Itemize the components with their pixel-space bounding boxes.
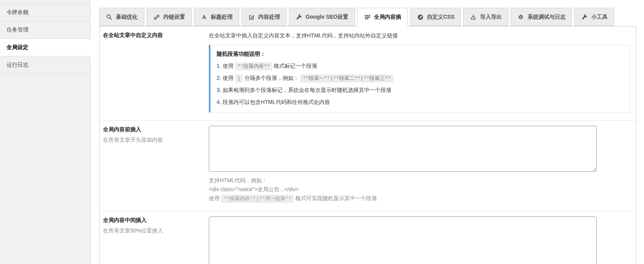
sidebar-item-global-settings[interactable]: 全局设定 <box>0 39 91 56</box>
tab-label: 自定义CSS <box>427 14 455 21</box>
info-text: 1. 使用 <box>217 63 234 69</box>
random-paragraph-info-box: 随机段落功能说明： 1. 使用**段落内容**格式标记一个段落 2. 使用|分隔… <box>209 45 630 113</box>
sidebar-item-partial <box>0 0 91 4</box>
wrench-icon <box>296 14 303 21</box>
help-text: 格式可实现随机显示其中一个段落 <box>295 195 377 201</box>
letter-a-icon: A <box>201 14 208 21</box>
pre-insert-help: 支持HTML代码，例如： <div class="notice">全局公告...… <box>209 176 630 203</box>
code-sample: **段落内容** <box>235 62 272 70</box>
help-line-2: <div class="notice">全局公告...</div> <box>209 185 630 194</box>
settings-sidebar: 令牌余额 任务管理 全局设定 运行日志 <box>0 0 91 264</box>
info-line-2: 2. 使用|分隔多个段落，例如：**段落一**|**段落二**|**段落三** <box>217 75 623 82</box>
sidebar-filler <box>0 74 91 264</box>
sidebar-item-run-log[interactable]: 运行日志 <box>0 56 91 74</box>
global-content-pre-insert-textarea[interactable] <box>209 126 597 172</box>
tools-icon <box>581 14 588 21</box>
help-text: 使用 <box>209 195 220 201</box>
field-label: 在全站文章中自定义内容 <box>103 32 204 39</box>
tab-label: 内链设置 <box>163 14 185 21</box>
tab-google-seo[interactable]: Google SEO设置 <box>289 8 355 26</box>
sidebar-item-token-balance[interactable]: 令牌余额 <box>0 4 91 21</box>
help-line-1: 支持HTML代码，例如： <box>209 176 630 185</box>
tab-import-export[interactable]: 导入导出 <box>463 8 508 26</box>
form-row-content-pre-insert: 全局内容前插入 在所有文章开头添加内容 支持HTML代码，例如： <div cl… <box>100 120 636 211</box>
import-export-icon <box>470 14 477 21</box>
info-line-3: 3. 如果检测到多个段落标记，系统会在每次显示时随机选择其中一个段落 <box>217 87 623 94</box>
gear-icon <box>517 14 524 21</box>
field-label: 全局内容中间插入 <box>103 217 204 224</box>
form-row-content-mid-insert: 全局内容中间插入 在所有文章50%位置插入 <box>100 211 636 264</box>
main-area: 基础优化 内链设置 A 标题处理 内容处理 <box>91 0 644 264</box>
link-icon <box>153 14 160 21</box>
edit-icon <box>248 14 255 21</box>
search-icon <box>106 14 113 21</box>
tab-basic-optimization[interactable]: 基础优化 <box>99 8 144 26</box>
info-text: 格式标记一个段落 <box>274 63 317 69</box>
field-sublabel: 在所有文章50%位置插入 <box>103 227 204 234</box>
tab-title-processing[interactable]: A 标题处理 <box>194 8 239 26</box>
form-row-custom-content: 在全站文章中自定义内容 在全站文章中插入自定义内容文本，支持HTML代码，支持站… <box>100 26 636 120</box>
sidebar-item-task-management[interactable]: 任务管理 <box>0 21 91 39</box>
tab-label: 全局内容插 <box>374 14 401 21</box>
tab-mini-tools[interactable]: 小工具 <box>574 8 614 26</box>
settings-panel: 在全站文章中自定义内容 在全站文章中插入自定义内容文本，支持HTML代码，支持站… <box>99 26 636 264</box>
tab-content-processing[interactable]: 内容处理 <box>242 8 287 26</box>
tab-label: Google SEO设置 <box>306 14 348 21</box>
field-label: 全局内容前插入 <box>103 126 204 133</box>
code-sample: | <box>235 74 243 83</box>
customizer-icon <box>417 14 424 21</box>
settings-tabbar: 基础优化 内链设置 A 标题处理 内容处理 <box>99 8 636 26</box>
tab-global-content-insert[interactable]: 全局内容插 <box>357 8 408 26</box>
field-sublabel: 在所有文章开头添加内容 <box>103 137 204 144</box>
code-sample: **段落内容**|**另一段落** <box>221 195 294 203</box>
tab-label: 标题处理 <box>211 14 233 21</box>
tab-label: 导入导出 <box>480 14 502 21</box>
code-sample: **段落一**|**段落二**|**段落三** <box>300 74 393 83</box>
tab-internal-links[interactable]: 内链设置 <box>147 8 192 26</box>
info-text: 2. 使用 <box>217 75 234 81</box>
info-line-1: 1. 使用**段落内容**格式标记一个段落 <box>217 63 623 70</box>
insert-content-icon <box>364 14 371 21</box>
field-description: 在全站文章中插入自定义内容文本，支持HTML代码，支持站内站外自定义链接 <box>209 32 630 39</box>
help-line-3: 使用**段落内容**|**另一段落**格式可实现随机显示其中一个段落 <box>209 194 630 203</box>
global-content-mid-insert-textarea[interactable] <box>209 216 597 264</box>
tab-system-debug-log[interactable]: 系统调试与日志 <box>511 8 572 26</box>
tab-label: 小工具 <box>591 14 607 21</box>
tab-label: 内容处理 <box>258 14 280 21</box>
info-box-title: 随机段落功能说明： <box>217 51 623 58</box>
info-text: 分隔多个段落，例如： <box>244 75 299 81</box>
tab-custom-css[interactable]: 自定义CSS <box>410 8 461 26</box>
tab-label: 系统调试与日志 <box>527 14 565 21</box>
tab-label: 基础优化 <box>116 14 138 21</box>
settings-page: 令牌余额 任务管理 全局设定 运行日志 基础优化 内链设置 A 标题处 <box>0 0 644 264</box>
info-line-4: 4. 段落内可以包含HTML代码和任何格式化内容 <box>217 99 623 106</box>
